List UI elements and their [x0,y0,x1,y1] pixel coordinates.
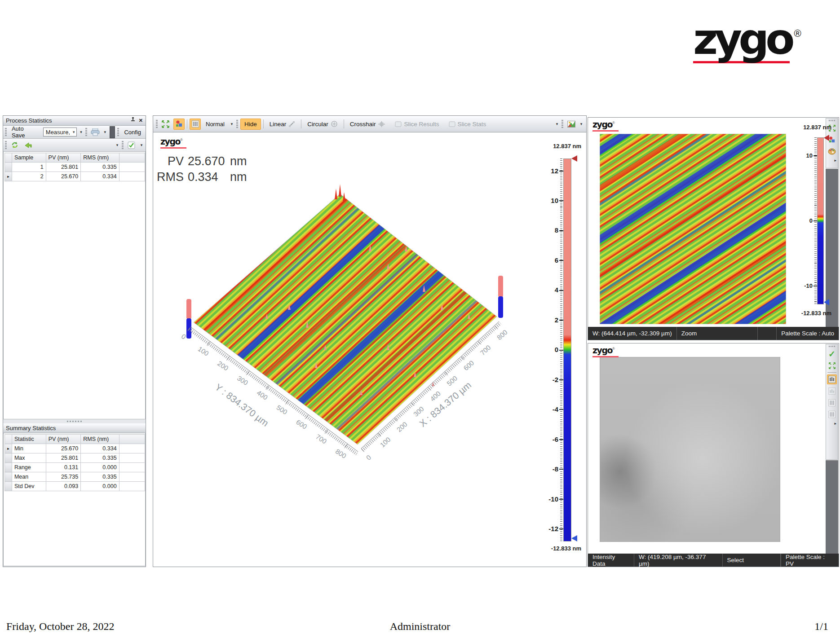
intensity-image[interactable] [600,357,780,542]
cell-pv: 25.801 [46,453,81,463]
expand-toolbar-icon[interactable]: ▸ [834,421,836,426]
table-row[interactable]: ▸ 2 25.670 0.334 [5,172,145,181]
mouse-mode[interactable]: Zoom [677,327,758,340]
view-mode-dropdown[interactable]: Normal [203,120,227,128]
colorbar-tick-label: 6 [555,256,558,264]
colorbar-tick-label: 10 [806,152,813,159]
3d-plot-type-icon[interactable] [173,119,185,130]
svg-text:0: 0 [180,332,187,341]
cell-statistic: Max [12,453,46,463]
colorbar-min-label: -12.833 nm [787,310,831,317]
accept-check-icon[interactable]: ✓ [827,349,837,359]
table-header-row: Sample PV (nm) RMS (nm) [5,153,145,163]
surface-map-2d[interactable] [600,134,786,324]
colorbar-bottom-marker[interactable] [824,299,829,305]
cell-rms: 0.334 [81,444,119,453]
palette-scale-mode[interactable]: Palette Scale : PV [781,554,839,567]
refresh-icon[interactable] [9,140,20,151]
table-row[interactable]: Mean 25.735 0.335 [5,472,145,482]
config-button[interactable]: Config [121,128,144,136]
colorbar-tick-label: -8 [553,465,558,473]
colorbar-gradient[interactable] [563,158,571,541]
linear-slice-button[interactable]: Linear [266,119,299,129]
zoom-colorbar[interactable]: 12.837 nm -12.833 nm 100-10 [785,124,838,330]
colorbar-gradient[interactable] [817,137,824,304]
toolbar-grip[interactable] [122,141,124,149]
table-row[interactable]: 1 25.801 0.335 [5,163,145,172]
col-statistic[interactable]: Statistic [12,435,46,444]
colorbar-tick-label: 4 [555,286,558,294]
overflow-chevron-icon[interactable]: ▾ [103,130,107,134]
height-colorbar[interactable]: 12.837 nm -12.833 nm 121086420-2-4-6-8-1… [539,143,586,554]
circular-label: Circular [307,121,328,128]
toolbar-grip[interactable] [829,120,835,121]
overflow-chevron-icon[interactable]: ▾ [230,122,234,126]
toolbar-grip[interactable] [5,128,7,136]
col-rms[interactable]: RMS (nm) [81,153,119,163]
slice-results-button[interactable]: Slice Results [391,119,442,129]
colorbar-top-marker[interactable] [571,155,577,162]
overflow-chevron-icon[interactable]: ▾ [139,143,144,147]
pin-icon[interactable] [130,117,135,124]
colorbar-bottom-marker[interactable] [571,535,577,541]
table-row[interactable]: ▸ Min 25.670 0.334 [5,444,145,453]
print-icon[interactable] [89,127,101,138]
toolbar-grip[interactable] [236,120,238,128]
crosshair-label: Crosshair [350,121,376,128]
histogram-display-mode-icon[interactable] [827,386,837,396]
mouse-mode[interactable]: Select [723,554,781,567]
overflow-chevron-icon[interactable]: ▾ [579,122,584,126]
cell-rms: 0.335 [81,163,119,172]
hide-button[interactable]: Hide [240,119,261,130]
overflow-chevron-icon[interactable]: ▾ [115,143,119,147]
circular-slice-button[interactable]: Circular [304,119,341,129]
col-pv[interactable]: PV (nm) [46,435,81,444]
overflow-chevron-icon[interactable]: ▾ [555,122,559,126]
toolbar-grip[interactable] [156,120,158,128]
plot-style-icon[interactable] [190,119,201,130]
collapsed-toolbar-block[interactable] [110,126,115,138]
slice-stats-button[interactable]: Slice Stats [445,119,490,129]
row-selected-marker: ▸ [5,444,12,453]
crosshair-button[interactable]: Crosshair [346,119,389,129]
toolbar-grip[interactable] [85,128,87,136]
chevron-down-icon: ▾ [73,130,75,134]
table-row[interactable]: Std Dev 0.093 0.000 [5,482,145,491]
toolbar-grip[interactable] [5,141,7,149]
process-statistics-window: Process Statistics ✕ Auto Save Measure, … [3,116,146,419]
measure-dropdown[interactable]: Measure, ▾ [43,128,77,136]
table-row[interactable]: Range 0.131 0.000 [5,463,145,472]
auto-save-button[interactable]: Auto Save [9,124,41,140]
slice-stats-icon [449,121,455,127]
colorbar-tick [559,379,563,380]
summary-stats-table: Statistic PV (nm) RMS (nm) ▸ Min 25.670 … [4,434,145,491]
summary-statistics-titlebar[interactable]: Summary Statistics [3,423,146,433]
colorbar-max-label: 12.837 nm [787,124,831,131]
dock-splitter[interactable] [3,419,146,423]
overflow-chevron-icon[interactable]: ▾ [79,130,84,134]
intensity-display-mode-icon[interactable] [827,374,837,384]
recall-data-icon[interactable] [22,140,34,151]
close-icon[interactable]: ✕ [139,118,143,123]
svg-text:200: 200 [395,420,409,433]
cell-sample: 1 [12,163,46,172]
toolbar-grip[interactable] [117,128,119,136]
col-rms[interactable]: RMS (nm) [81,435,119,444]
col-pv[interactable]: PV (nm) [46,153,81,163]
bars-display-mode-icon[interactable] [827,398,837,408]
report-check-icon[interactable] [126,140,137,151]
cell-pv: 25.670 [46,172,81,181]
mx-application-page: zygo® Process Statistics ✕ Auto Save Mea… [0,0,840,638]
colorbar-tick [559,171,563,172]
bars-alt-display-mode-icon[interactable] [827,409,837,419]
rms-unit: nm [230,169,247,185]
table-row[interactable]: Max 25.801 0.335 [5,453,145,463]
resize-arrows-icon[interactable] [160,119,171,130]
colorbar-top-marker[interactable] [824,135,829,141]
color-map-icon[interactable] [566,119,577,130]
resize-arrows-icon[interactable] [827,361,837,370]
toolbar-grip[interactable] [829,346,835,347]
toolbar-grip[interactable] [561,120,563,128]
surface-3d-plot[interactable]: 0 100 200 300 400 500 600 700 800 Y : 83… [153,183,539,471]
col-sample[interactable]: Sample [12,153,46,163]
